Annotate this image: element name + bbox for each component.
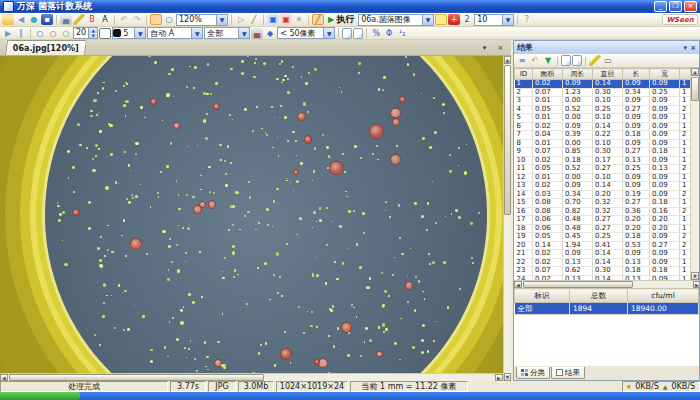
tab-list-dropdown-icon[interactable]: ▾ [478, 41, 491, 54]
results-table[interactable]: ID面积周长直径长宽 10.020.090.140.090.09120.071.… [514, 68, 691, 288]
redo-icon[interactable] [131, 14, 143, 25]
line-width-combobox[interactable]: 5 ▼ [112, 27, 146, 39]
vscroll-thumb[interactable] [504, 65, 511, 215]
hscroll-thumb[interactable] [9, 374, 264, 381]
image-horizontal-scrollbar[interactable]: ◀ ▶ [0, 373, 503, 381]
pick2-icon[interactable] [280, 14, 292, 25]
image-select-combobox[interactable]: 06a.菌落图像 ▼ [358, 14, 434, 26]
chevron-down-icon[interactable]: ▼ [422, 15, 433, 25]
count-combobox[interactable]: 10 ▼ [474, 14, 514, 26]
image-tab[interactable]: 06a.jpg[120%] [5, 40, 87, 55]
table-row[interactable]: 150.080.700.320.270.181 [515, 199, 691, 208]
table-vscroll-thumb[interactable] [691, 77, 699, 101]
swatchw-icon[interactable] [99, 28, 111, 39]
table-row[interactable]: 210.020.090.140.090.091 [515, 250, 691, 259]
scroll-up-icon[interactable]: ▲ [691, 68, 699, 76]
scroll-right-icon[interactable]: ▶ [495, 374, 503, 381]
table-row[interactable]: 160.080.820.320.360.162 [515, 207, 691, 216]
scroll-right-icon[interactable]: ▶ [693, 281, 699, 288]
table-row[interactable]: 60.020.090.140.090.091 [515, 122, 691, 131]
undo-icon[interactable] [118, 14, 130, 25]
table-row[interactable]: 170.060.480.270.200.201 [515, 216, 691, 225]
pointer-icon[interactable] [235, 14, 247, 25]
pause-icon[interactable] [15, 28, 27, 39]
panel-close-icon[interactable]: × [690, 44, 696, 52]
run-button[interactable]: 执行 [325, 13, 357, 26]
chevron-down-icon[interactable]: ▼ [238, 28, 249, 38]
scroll-down-icon[interactable]: ▼ [504, 373, 511, 381]
column-header[interactable]: ID [515, 69, 533, 80]
column-header[interactable]: 宽 [650, 69, 680, 80]
table-row[interactable]: 40.050.520.250.270.092 [515, 105, 691, 114]
column-header[interactable] [680, 69, 691, 80]
table-row[interactable]: 10.020.090.140.090.091 [515, 80, 691, 89]
note-icon[interactable] [435, 14, 447, 25]
size-spinner[interactable]: 20 ▲▼ [73, 27, 98, 39]
doc1-icon[interactable] [342, 28, 352, 39]
rl-undo-icon[interactable] [529, 55, 541, 66]
chevron-down-icon[interactable]: ▼ [134, 28, 145, 38]
start-button-edge[interactable] [0, 392, 80, 400]
marker-icon[interactable] [312, 14, 324, 25]
rl-sheet-icon[interactable] [561, 55, 571, 66]
pen2-icon[interactable] [461, 14, 473, 25]
phi-icon[interactable] [383, 28, 395, 39]
table-row[interactable]: 200.141.940.410.530.272 [515, 241, 691, 250]
panel-pin-icon[interactable]: ▾ [684, 44, 688, 52]
web-icon[interactable] [28, 14, 40, 25]
chevron-down-icon[interactable]: ▼ [502, 15, 513, 25]
pct-icon[interactable] [370, 28, 382, 39]
rl-copy-icon[interactable] [572, 55, 582, 66]
back-icon[interactable] [15, 14, 27, 25]
table-row[interactable]: 30.010.000.100.090.091 [515, 97, 691, 106]
spinner-down-icon[interactable]: ▼ [89, 33, 97, 38]
summary-column-header[interactable]: 标识 [515, 289, 570, 303]
scroll-left-icon[interactable]: ◀ [514, 281, 522, 288]
table-row[interactable]: 90.070.850.300.270.181 [515, 148, 691, 157]
summary-row[interactable]: 全部189418940.00 [515, 303, 699, 315]
doc2-icon[interactable] [353, 28, 363, 39]
scope-combobox[interactable]: 全部 ▼ [204, 27, 250, 39]
rl-rect-icon[interactable] [602, 55, 614, 66]
column-header[interactable]: 直径 [593, 69, 623, 80]
printc-icon[interactable] [251, 28, 263, 39]
maximize-button[interactable]: ❐ [669, 1, 682, 12]
tab-results[interactable]: 结果 [551, 367, 585, 379]
scroll-down-icon[interactable]: ▼ [691, 272, 699, 280]
chevron-down-icon[interactable]: ▼ [216, 15, 227, 25]
table-horizontal-scrollbar[interactable]: ◀ ▶ [514, 280, 699, 288]
table-row[interactable]: 220.020.130.140.130.091 [515, 258, 691, 267]
hand-icon[interactable] [150, 14, 162, 25]
table-row[interactable]: 50.010.000.100.090.091 [515, 114, 691, 123]
image-vertical-scrollbar[interactable]: ▲ ▼ [503, 56, 511, 381]
table-row[interactable]: 70.040.390.220.180.092 [515, 131, 691, 140]
chevron-down-icon[interactable]: ▼ [191, 28, 202, 38]
help-icon[interactable] [521, 14, 533, 25]
table-row[interactable]: 190.050.450.250.180.092 [515, 233, 691, 242]
rl-pen-icon[interactable] [589, 55, 601, 66]
rl-filter-icon[interactable] [542, 55, 554, 66]
pencil-icon[interactable] [73, 14, 85, 25]
mags-icon[interactable] [60, 28, 72, 39]
mode-combobox[interactable]: 自动 A ▼ [147, 27, 203, 39]
table-row[interactable]: 20.071.230.300.340.251 [515, 88, 691, 97]
scroll-up-icon[interactable]: ▲ [504, 56, 511, 64]
column-header[interactable]: 长 [623, 69, 650, 80]
minimize-button[interactable]: _ [654, 1, 667, 12]
tab-close-icon[interactable]: × [494, 41, 507, 54]
mag-icon[interactable] [163, 14, 175, 25]
format-icon[interactable] [86, 14, 98, 25]
petri-dish-image[interactable] [0, 56, 503, 373]
table-row[interactable]: 230.070.620.300.180.181 [515, 267, 691, 276]
table-row[interactable]: 100.020.180.170.130.091 [515, 156, 691, 165]
scroll-left-icon[interactable]: ◀ [0, 374, 8, 381]
pixel-filter-combobox[interactable]: < 50像素 ▼ [277, 27, 335, 39]
summary-column-header[interactable]: 总数 [570, 289, 628, 303]
color-swatch-black[interactable] [113, 29, 121, 37]
magp-icon[interactable] [34, 28, 46, 39]
summary-table[interactable]: 标识总数cfu/ml 全部189418940.00 [514, 288, 699, 314]
print-icon[interactable] [60, 14, 72, 25]
font-icon[interactable] [99, 14, 111, 25]
column-header[interactable]: 周长 [563, 69, 593, 80]
table-row[interactable]: 80.010.000.100.090.091 [515, 139, 691, 148]
